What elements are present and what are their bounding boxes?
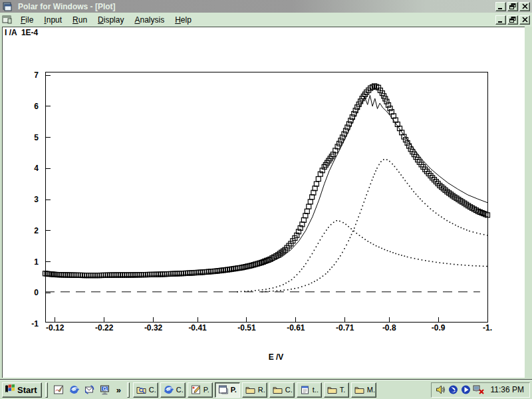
start-button[interactable]: Start [2, 382, 42, 398]
task-button-6[interactable]: C. [269, 382, 295, 398]
y-tick-label: 1 [34, 257, 39, 267]
y-tick-label: 3 [34, 195, 39, 204]
x-axis-title: E /V [255, 352, 297, 362]
series-fitted-curve [45, 95, 487, 277]
task-button-3[interactable]: P. [188, 382, 213, 398]
overflow-chevron[interactable]: » [114, 385, 124, 395]
volume-icon[interactable] [435, 384, 446, 395]
task-button-1[interactable]: C. [133, 382, 158, 398]
tray-icons [435, 384, 485, 395]
task-button-2[interactable]: C. [160, 382, 186, 398]
ie-icon[interactable] [66, 382, 82, 397]
task-button-label: C. [285, 386, 293, 394]
monitor-search-icon[interactable] [97, 382, 112, 397]
notepad-icon [299, 384, 311, 395]
desktop-screen: Polar for Windows - [Plot] FileInputRunD… [0, 0, 532, 399]
x-tick-label: -0.8 [382, 323, 396, 332]
task-button-9[interactable]: M. [351, 382, 376, 398]
task-button-label: C. [149, 386, 156, 394]
task-button-label: R. [258, 386, 265, 394]
folder-icon [327, 384, 338, 395]
folder-search-icon [136, 384, 147, 395]
x-tick-label: -0.51 [237, 323, 256, 332]
folder-icon [245, 384, 256, 395]
task-button-label: M. [367, 386, 375, 394]
x-tick-label: -0.71 [336, 323, 354, 332]
x-tick-label: -0.9 [432, 323, 446, 332]
task-button-strip: C.C.P.P.R.C.t..T.M. [133, 382, 376, 398]
taskbar-clock: 11:36 PM [491, 385, 524, 394]
task-button-4[interactable]: P. [215, 382, 240, 398]
y-tick-label: 4 [34, 164, 39, 173]
x-tick-label: -0.12 [46, 323, 65, 332]
y-tick-label: 2 [34, 226, 39, 235]
folder-icon [354, 384, 365, 395]
task-button-label: t.. [313, 386, 319, 394]
mail-icon[interactable] [82, 382, 97, 397]
window-icon [217, 384, 229, 395]
taskbar-divider[interactable] [45, 382, 48, 398]
task-button-label: C. [176, 386, 184, 394]
windows-flag-icon [5, 384, 15, 396]
x-tick-label: -0.41 [188, 323, 207, 332]
ie-icon [163, 384, 174, 395]
y-tick-label: 7 [34, 70, 39, 80]
series-measured-data [43, 84, 490, 278]
pen-icon [190, 384, 201, 395]
system-tray: 11:36 PM [431, 382, 530, 398]
media-player-alt-icon[interactable] [460, 384, 471, 395]
task-button-label: T. [340, 386, 346, 394]
y-tick-label: 6 [34, 102, 39, 111]
plot-canvas[interactable]: 76543210-1-0.12-0.22-0.32-0.41-0.51-0.61… [0, 0, 532, 399]
series-component-peak-1 [261, 159, 487, 292]
notes-icon[interactable] [51, 382, 66, 397]
task-button-label: P. [203, 386, 209, 394]
y-tick-label: 5 [34, 133, 39, 142]
task-button-label: P. [231, 386, 237, 394]
media-player-icon[interactable] [448, 384, 459, 395]
task-button-7[interactable]: t.. [297, 382, 322, 398]
network-error-icon[interactable] [473, 384, 485, 395]
x-tick-label: -0.22 [95, 323, 114, 332]
taskbar-divider-2[interactable] [127, 382, 130, 398]
x-tick-label: -1. [483, 323, 492, 332]
y-axis-title: I /A 1E-4 [5, 28, 38, 37]
y-tick-label: 0 [34, 288, 39, 297]
x-tick-label: -0.61 [287, 323, 305, 332]
task-button-5[interactable]: R. [242, 382, 267, 398]
start-button-label: Start [17, 385, 37, 395]
x-tick-label: -0.32 [144, 323, 163, 332]
plot-axes: 76543210-1-0.12-0.22-0.32-0.41-0.51-0.61… [31, 70, 492, 332]
taskbar: Start » C.C.P.P.R.C.t..T.M. 11:36 PM [0, 380, 532, 399]
task-button-8[interactable]: T. [324, 382, 349, 398]
quick-launch-bar [51, 382, 112, 397]
y-tick-label: -1 [31, 319, 39, 329]
folder-icon [272, 384, 283, 395]
